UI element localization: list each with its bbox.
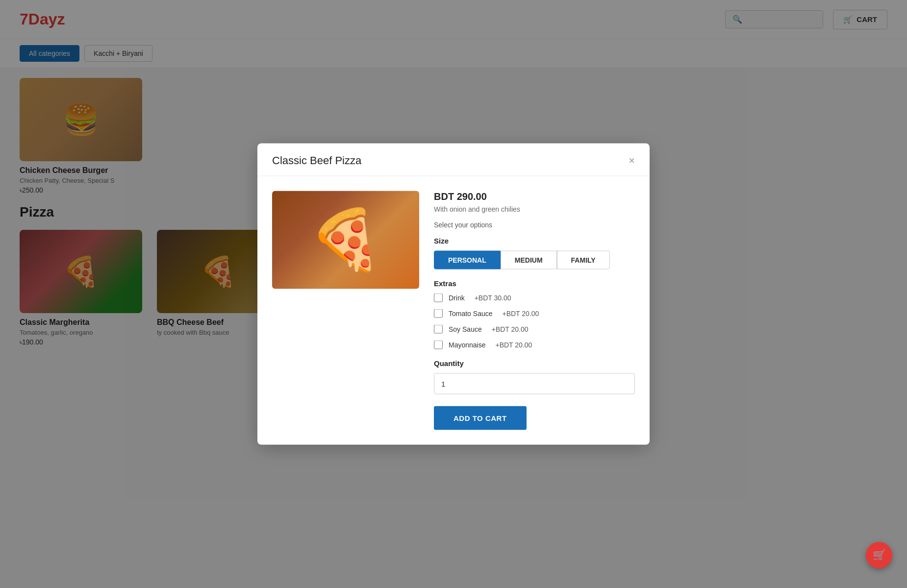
extra-drink-price: +BDT 30.00: [475, 294, 511, 302]
add-to-cart-button[interactable]: ADD TO CART: [434, 406, 527, 430]
size-buttons: PERSONAL MEDIUM FAMILY: [434, 251, 635, 270]
quantity-label: Quantity: [434, 359, 635, 368]
extra-mayonnaise-price: +BDT 20.00: [496, 341, 532, 349]
floating-cart-button[interactable]: 🛒: [866, 542, 892, 568]
modal-body: BDT 290.00 With onion and green chilies …: [257, 176, 650, 445]
size-label: Size: [434, 237, 635, 245]
extra-mayonnaise-item: Mayonnaise +BDT 20.00: [434, 341, 635, 349]
floating-cart-icon: 🛒: [873, 549, 886, 562]
extra-drink-checkbox[interactable]: [434, 294, 443, 302]
size-family-button[interactable]: FAMILY: [557, 251, 610, 270]
quantity-input[interactable]: [434, 373, 635, 394]
extra-tomato-sauce-label: Tomato Sauce: [449, 310, 493, 318]
extra-mayonnaise-checkbox[interactable]: [434, 341, 443, 349]
extra-drink-label: Drink: [449, 294, 465, 302]
size-section: Size PERSONAL MEDIUM FAMILY: [434, 237, 635, 270]
size-personal-button[interactable]: PERSONAL: [434, 251, 501, 270]
extra-tomato-sauce-item: Tomato Sauce +BDT 20.00: [434, 309, 635, 318]
extra-tomato-sauce-checkbox[interactable]: [434, 309, 443, 318]
extras-section: Extras Drink +BDT 30.00 Tomato Sauce +BD…: [434, 279, 635, 349]
pizza-image-placeholder: [272, 191, 419, 289]
modal-title: Classic Beef Pizza: [272, 154, 361, 167]
extra-drink-item: Drink +BDT 30.00: [434, 294, 635, 302]
extras-label: Extras: [434, 279, 635, 288]
quantity-section: Quantity: [434, 359, 635, 394]
modal-description: With onion and green chilies: [434, 205, 635, 213]
extra-soy-sauce-price: +BDT 20.00: [492, 325, 529, 333]
modal-close-button[interactable]: ×: [629, 155, 635, 166]
extra-mayonnaise-label: Mayonnaise: [449, 341, 486, 349]
modal-details: BDT 290.00 With onion and green chilies …: [434, 191, 635, 430]
modal-product-image: [272, 191, 419, 289]
modal-header: Classic Beef Pizza ×: [257, 144, 650, 176]
size-medium-button[interactable]: MEDIUM: [501, 251, 557, 270]
modal-options-label: Select your options: [434, 221, 635, 229]
extra-soy-sauce-checkbox[interactable]: [434, 325, 443, 334]
product-modal: Classic Beef Pizza × BDT 290.00 With oni…: [257, 144, 650, 445]
modal-price: BDT 290.00: [434, 191, 635, 202]
extra-tomato-sauce-price: +BDT 20.00: [503, 310, 539, 318]
extra-soy-sauce-label: Soy Sauce: [449, 325, 482, 333]
extra-soy-sauce-item: Soy Sauce +BDT 20.00: [434, 325, 635, 334]
